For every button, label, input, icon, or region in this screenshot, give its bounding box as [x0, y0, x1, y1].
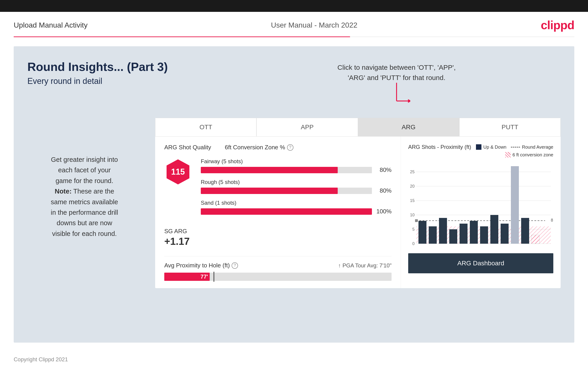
- header: Upload Manual Activity User Manual - Mar…: [0, 12, 588, 36]
- bar-row-rough: Rough (5 shots) 80%: [201, 179, 391, 194]
- tab-arg[interactable]: ARG: [358, 118, 459, 136]
- svg-text:20: 20: [410, 184, 415, 189]
- bars-section: Fairway (5 shots) 80% Rough: [201, 158, 391, 220]
- svg-rect-23: [429, 226, 437, 244]
- bar-pct-fairway: 80%: [376, 167, 391, 174]
- svg-rect-31: [511, 166, 519, 244]
- shot-quality-label: ARG Shot Quality: [164, 144, 211, 151]
- svg-rect-25: [449, 229, 457, 244]
- svg-text:0: 0: [412, 242, 415, 246]
- svg-rect-32: [521, 218, 529, 244]
- conversion-label: 6ft Conversion Zone % ?: [225, 144, 293, 151]
- svg-marker-2: [408, 99, 410, 103]
- bar-track-fairway: 80%: [201, 167, 391, 174]
- svg-rect-29: [490, 215, 498, 244]
- svg-rect-24: [439, 218, 447, 244]
- proximity-help-icon[interactable]: ?: [232, 262, 238, 269]
- chart-area: 0 5 10 15 20 25 30: [408, 161, 553, 249]
- svg-rect-22: [418, 221, 426, 244]
- bar-track-rough: 80%: [201, 187, 391, 194]
- insight-panel: Get greater insight into each facet of y…: [27, 136, 141, 239]
- card-right-section: ARG Shots - Proximity (ft) Up & Down Rou…: [401, 137, 561, 288]
- bar-fill-fairway: [201, 167, 338, 173]
- top-bar: [0, 0, 588, 12]
- svg-text:8: 8: [551, 218, 553, 223]
- svg-rect-27: [470, 221, 478, 244]
- legend-label-conversion: 6 ft conversion zone: [512, 152, 553, 158]
- proximity-bar-value: 77': [200, 274, 210, 280]
- main-content: Round Insights... (Part 3) Every round i…: [14, 46, 574, 343]
- conversion-label-text: 6ft Conversion Zone %: [225, 144, 285, 151]
- svg-text:5: 5: [412, 227, 415, 232]
- note-label: Note:: [55, 188, 72, 195]
- bar-label-rough: Rough (5 shots): [201, 179, 391, 185]
- bar-fill-rough: [201, 188, 338, 194]
- legend-box-updown: [476, 144, 481, 150]
- legend-label-updown: Up & Down: [483, 144, 506, 150]
- svg-text:15: 15: [410, 198, 415, 203]
- annotation-arrow: [383, 83, 410, 112]
- section-subtitle: Every round in detail: [27, 76, 168, 86]
- help-icon[interactable]: ?: [287, 144, 294, 151]
- nav-annotation: Click to navigate between 'OTT', 'APP','…: [337, 62, 456, 113]
- hexagon-wrap: 115: [164, 158, 192, 220]
- insight-text: Get greater insight into each facet of y…: [27, 154, 141, 239]
- tab-putt[interactable]: PUTT: [459, 118, 561, 136]
- copyright-text: Copyright Clippd 2021: [14, 356, 68, 362]
- clippd-logo: clippd: [541, 18, 574, 32]
- tab-app[interactable]: APP: [257, 118, 358, 136]
- proximity-label-text: Avg Proximity to Hole (ft): [164, 262, 230, 269]
- section-titles: Round Insights... (Part 3) Every round i…: [27, 60, 168, 100]
- bar-row-fairway: Fairway (5 shots) 80%: [201, 158, 391, 174]
- hex-number: 115: [171, 167, 185, 177]
- legend-dashed-avg: [511, 147, 520, 148]
- section-title: Round Insights... (Part 3): [27, 60, 168, 74]
- proximity-bar-bg: 77': [164, 273, 391, 281]
- legend-label-avg: Round Average: [522, 144, 553, 150]
- chart-svg: 0 5 10 15 20 25 30: [408, 161, 554, 248]
- bar-bg-sand: [201, 208, 372, 215]
- annotation-text: Click to navigate between 'OTT', 'APP','…: [337, 62, 456, 83]
- sg-value: +1.17: [164, 236, 391, 247]
- svg-text:10: 10: [410, 213, 415, 217]
- bar-track-sand: 100%: [201, 208, 391, 215]
- header-divider: [14, 36, 574, 37]
- bar-label-sand: Sand (1 shots): [201, 200, 391, 206]
- svg-rect-33: [531, 235, 539, 244]
- sg-label: SG ARG: [164, 228, 391, 235]
- svg-rect-30: [501, 224, 509, 244]
- legend-row2: 6 ft conversion zone: [408, 152, 553, 158]
- header-center-text: User Manual - March 2022: [271, 21, 357, 29]
- chart-title: ARG Shots - Proximity (ft): [408, 144, 471, 150]
- pga-avg: ↑ PGA Tour Avg: 7'10": [338, 262, 391, 269]
- legend-item-conversion: 6 ft conversion zone: [505, 152, 553, 158]
- hex-bars-container: 115 Fairway (5 shots): [164, 158, 391, 220]
- chart-header-row: ARG Shots - Proximity (ft) Up & Down Rou…: [408, 144, 553, 158]
- legend-item-avg: Round Average: [511, 144, 553, 150]
- header-left-text: Upload Manual Activity: [14, 21, 88, 29]
- legend-item-updown: Up & Down: [476, 144, 506, 150]
- bar-pct-sand: 100%: [376, 208, 391, 215]
- bar-label-fairway: Fairway (5 shots): [201, 158, 391, 165]
- tab-ott[interactable]: OTT: [155, 118, 257, 136]
- arg-dashboard-button[interactable]: ARG Dashboard: [408, 253, 553, 273]
- hexagon: 115: [164, 158, 192, 185]
- shot-quality-header: ARG Shot Quality 6ft Conversion Zone % ?: [164, 144, 391, 151]
- svg-rect-19: [415, 219, 418, 222]
- proximity-section: Avg Proximity to Hole (ft) ? ↑ PGA Tour …: [164, 256, 391, 281]
- svg-rect-28: [480, 226, 488, 244]
- legend: Up & Down Round Average: [476, 144, 553, 150]
- svg-rect-26: [459, 224, 467, 244]
- proximity-cursor: [214, 272, 214, 282]
- sg-section: SG ARG +1.17: [164, 228, 391, 247]
- svg-text:25: 25: [410, 170, 415, 174]
- bar-pct-rough: 80%: [376, 187, 391, 194]
- proximity-header: Avg Proximity to Hole (ft) ? ↑ PGA Tour …: [164, 262, 391, 269]
- footer: Copyright Clippd 2021: [0, 352, 588, 367]
- proximity-bar-fill: 77': [164, 273, 210, 281]
- bar-bg-rough: [201, 188, 372, 194]
- card-left-section: ARG Shot Quality 6ft Conversion Zone % ?: [155, 137, 401, 288]
- round-insights-card: OTT APP ARG PUTT ARG Shot Quality 6ft Co…: [155, 118, 561, 288]
- legend-hatched-conversion: [505, 152, 511, 158]
- bar-row-sand: Sand (1 shots) 100%: [201, 200, 391, 215]
